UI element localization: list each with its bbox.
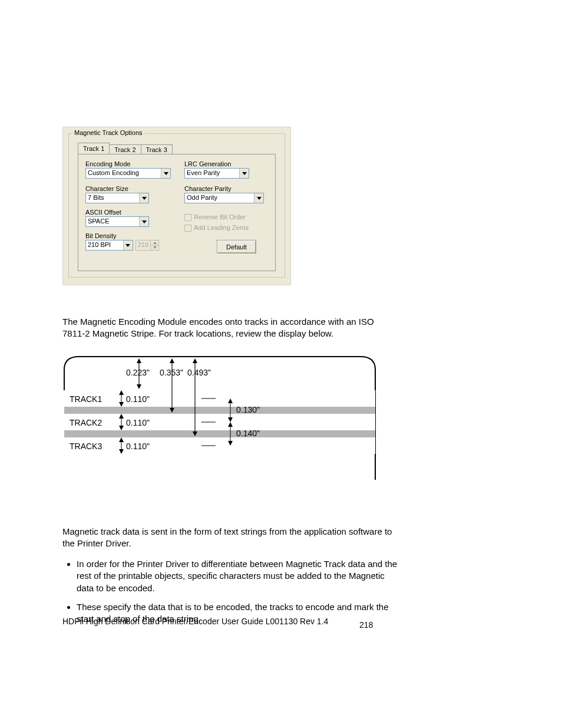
character-parity-select[interactable]: Odd Parity (184, 193, 264, 203)
chevron-down-icon[interactable] (123, 241, 133, 250)
spin-down-icon (151, 246, 158, 251)
bit-density-value: 210 BPI (86, 241, 123, 250)
page-number: 218 (359, 620, 373, 630)
bullet-list: In order for the Printer Driver to diffe… (62, 558, 404, 625)
tab-track3[interactable]: Track 3 (141, 144, 173, 154)
track2-height: 0.110" (126, 418, 150, 427)
bit-density-select[interactable]: 210 BPI (85, 240, 133, 251)
character-size-value: 7 Bits (86, 193, 139, 203)
footer-text: HDPii High Definition Card Printer/Encod… (62, 617, 328, 626)
lrc-generation-label: LRC Generation (184, 160, 264, 167)
track3-height: 0.110" (126, 442, 150, 451)
ascii-offset-label: ASCII Offset (85, 209, 159, 216)
encoding-mode-select[interactable]: Custom Encoding (85, 168, 171, 179)
send-paragraph: Magnetic track data is sent in the form … (62, 526, 392, 550)
svg-rect-1 (64, 390, 375, 407)
magnetic-track-options-dialog: Magnetic Track Options Track 1 Track 2 T… (62, 127, 291, 285)
checkbox-icon (184, 214, 191, 221)
encoding-mode-label: Encoding Mode (85, 160, 159, 167)
groupbox: Magnetic Track Options Track 1 Track 2 T… (68, 133, 285, 278)
reverse-bit-order-label: Reverse Bit Order (194, 213, 246, 220)
ascii-offset-value: SPACE (86, 217, 139, 226)
bit-density-spin-value: 210 (135, 240, 151, 251)
track1-label: TRACK1 (70, 394, 102, 404)
svg-marker-5 (137, 358, 141, 363)
dim-0493: 0.493" (187, 368, 211, 377)
reverse-bit-order-checkbox: Reverse Bit Order (184, 213, 264, 221)
intro-paragraph: The Magnetic Encoding Module encodes ont… (62, 316, 392, 340)
svg-marker-11 (193, 358, 197, 363)
track3-label: TRACK3 (70, 442, 102, 451)
character-size-label: Character Size (85, 185, 159, 192)
default-button[interactable]: Default (217, 240, 256, 253)
chevron-down-icon[interactable] (139, 193, 148, 203)
right-margin-column (406, 0, 562, 728)
checkbox-icon (184, 225, 191, 232)
add-leading-zeros-label: Add Leading Zeros (194, 224, 249, 231)
svg-rect-3 (64, 437, 375, 454)
character-parity-label: Character Parity (184, 185, 264, 192)
track1-height: 0.110" (126, 394, 150, 404)
stripe-diagram: 0.223" 0.353" 0.493" TRACK1 TRACK2 TRACK… (62, 355, 378, 482)
tabs: Track 1 Track 2 Track 3 (78, 142, 172, 154)
dim-0353: 0.353" (160, 368, 183, 377)
chevron-down-icon[interactable] (239, 169, 249, 178)
tab-track1[interactable]: Track 1 (78, 143, 110, 154)
bit-density-label: Bit Density (85, 232, 159, 239)
gap-0140: 0.140" (236, 429, 260, 438)
encoding-mode-value: Custom Encoding (86, 169, 161, 178)
chevron-down-icon[interactable] (254, 193, 263, 203)
bit-density-spinner: 210 (135, 240, 159, 251)
chevron-down-icon[interactable] (139, 217, 148, 226)
chevron-down-icon[interactable] (161, 169, 170, 178)
add-leading-zeros-checkbox: Add Leading Zeros (184, 224, 264, 232)
character-parity-value: Odd Parity (185, 193, 254, 203)
track2-label: TRACK2 (70, 418, 102, 427)
spin-up-icon (151, 241, 158, 246)
groupbox-title: Magnetic Track Options (72, 129, 144, 136)
dim-0223: 0.223" (126, 368, 150, 377)
character-size-select[interactable]: 7 Bits (85, 193, 149, 203)
lrc-generation-value: Even Parity (185, 169, 239, 178)
svg-rect-2 (64, 414, 375, 430)
bullet-1: In order for the Printer Driver to diffe… (77, 558, 404, 594)
svg-marker-6 (137, 384, 141, 389)
lrc-generation-select[interactable]: Even Parity (184, 168, 249, 179)
tab-panel: Encoding Mode Custom Encoding Character … (78, 154, 276, 271)
svg-marker-8 (170, 358, 174, 363)
gap-0130: 0.130" (236, 405, 260, 414)
ascii-offset-select[interactable]: SPACE (85, 216, 149, 227)
tab-track2[interactable]: Track 2 (109, 144, 141, 154)
